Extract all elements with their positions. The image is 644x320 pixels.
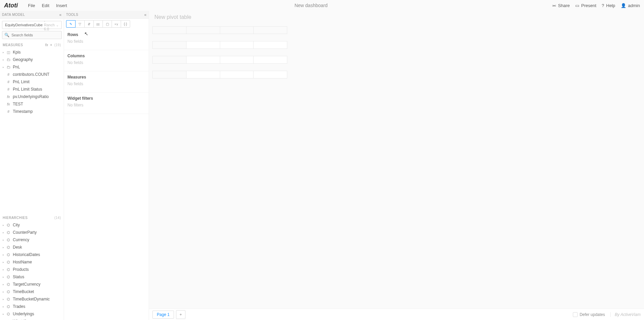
cube-selector[interactable]: EquityDerivativesCube - Ranch 6.0 ⌄: [2, 21, 62, 29]
expand-icon[interactable]: ▸: [3, 231, 6, 234]
filters-section[interactable]: Widget filters No filters: [64, 93, 149, 114]
expand-icon[interactable]: ▸: [3, 51, 6, 54]
share-button[interactable]: ⫘ Share: [552, 3, 570, 8]
collapse-tools-icon[interactable]: «: [144, 12, 147, 17]
user-icon: 👤: [621, 3, 626, 8]
rows-section[interactable]: Rows No fields: [64, 29, 149, 50]
fx-button[interactable]: fx: [45, 43, 48, 47]
tool-tab-sort[interactable]: ⇵: [84, 20, 94, 28]
hierarchy-item[interactable]: ▸⌬What-If: [0, 318, 64, 320]
dashboard-title[interactable]: New dashboard: [70, 3, 552, 8]
help-icon: ?: [602, 3, 604, 8]
measure-item[interactable]: #PnL Limit Status: [0, 86, 64, 93]
menu-edit[interactable]: Edit: [38, 3, 53, 8]
hierarchy-item[interactable]: ▸⌬Products: [0, 266, 64, 273]
sort-icon: ⇵: [88, 22, 90, 26]
hierarchy-label: CounterParty: [13, 230, 37, 235]
measure-item[interactable]: #PnL Limit: [0, 78, 64, 86]
tool-tab-xy[interactable]: x·y: [112, 20, 121, 28]
expand-icon[interactable]: ▸: [3, 246, 6, 249]
expand-icon[interactable]: ▸: [3, 66, 6, 69]
hierarchy-label: TargetCurrency: [13, 282, 40, 287]
widget-title[interactable]: New pivot table: [149, 11, 644, 24]
hierarchy-item[interactable]: ▸⌬HistoricalDates: [0, 251, 64, 258]
search-fields[interactable]: 🔍: [2, 31, 62, 39]
measures-list: ▸◫Kpis ▸🗀Geography ▸🗀PnL #contributors.C…: [0, 49, 64, 115]
collapse-data-model-icon[interactable]: «: [59, 12, 62, 17]
expand-icon[interactable]: ▸: [3, 224, 6, 227]
expand-icon[interactable]: ▸: [3, 261, 6, 264]
hierarchy-label: Currency: [13, 237, 29, 242]
expand-icon[interactable]: ▸: [3, 305, 6, 308]
cube-name: EquityDerivativesCube: [5, 23, 42, 27]
columns-section[interactable]: Columns No fields: [64, 50, 149, 71]
expand-icon[interactable]: ▸: [3, 58, 6, 61]
expand-icon[interactable]: ▸: [3, 290, 6, 293]
measure-item[interactable]: ▸🗀Geography: [0, 56, 64, 63]
hierarchy-item[interactable]: ▸⌬CounterParty: [0, 229, 64, 236]
rows-title: Rows: [67, 32, 145, 37]
brackets-icon: {·}: [124, 22, 127, 26]
expand-icon[interactable]: ▸: [3, 283, 6, 286]
measures-section[interactable]: Measures No fields: [64, 71, 149, 93]
hierarchy-item[interactable]: ▸⌬TargetCurrency: [0, 281, 64, 288]
header: Atoti File Edit Insert New dashboard ⫘ S…: [0, 0, 644, 11]
expand-icon[interactable]: ▸: [3, 268, 6, 271]
hierarchy-icon: ⌬: [6, 245, 11, 250]
hierarchy-icon: ⌬: [6, 260, 11, 264]
tool-tab-filter[interactable]: ▽: [75, 20, 85, 28]
hierarchy-item[interactable]: ▸⌬Status: [0, 273, 64, 281]
footer: Page 1 + Defer updates By ActiveViam: [149, 309, 644, 320]
tool-tab-box[interactable]: ▢: [103, 20, 112, 28]
measure-item[interactable]: ▸🗀PnL: [0, 63, 64, 71]
hierarchy-item[interactable]: ▸⌬TimeBucketDynamic: [0, 295, 64, 303]
measure-item[interactable]: ▸◫Kpis: [0, 49, 64, 56]
expand-icon[interactable]: ▸: [3, 253, 6, 256]
present-button[interactable]: ▭ Present: [575, 3, 596, 8]
add-page-button[interactable]: +: [176, 310, 185, 319]
measures-empty: No fields: [67, 82, 145, 86]
hash-icon: #: [6, 109, 11, 114]
filters-empty: No filters: [67, 103, 145, 107]
present-label: Present: [581, 3, 596, 8]
defer-checkbox[interactable]: [573, 312, 578, 317]
hierarchy-label: Products: [13, 267, 29, 272]
add-measure-button[interactable]: +: [50, 43, 52, 47]
page-tab[interactable]: Page 1: [152, 311, 174, 319]
measure-label: Kpis: [13, 50, 21, 55]
content-area: New pivot table Page 1 + Defer updates B…: [149, 11, 644, 320]
folder-icon: 🗀: [6, 58, 11, 62]
hierarchy-item[interactable]: ▸⌬TimeBucket: [0, 288, 64, 295]
expand-icon[interactable]: ▸: [3, 313, 6, 316]
hierarchy-icon: ⌬: [6, 253, 11, 257]
hierarchy-icon: ⌬: [6, 275, 11, 279]
hierarchies-title: HIERARCHIES: [3, 216, 54, 220]
pivot-table[interactable]: [149, 24, 644, 309]
hierarchy-icon: ⌬: [6, 312, 11, 316]
tool-tab-brackets[interactable]: {·}: [121, 20, 130, 28]
hierarchy-item[interactable]: ▸⌬Underlyings: [0, 310, 64, 318]
tool-tab-edit[interactable]: ✎: [66, 20, 76, 28]
hierarchy-label: HistoricalDates: [13, 252, 40, 257]
defer-updates[interactable]: Defer updates: [573, 312, 605, 317]
measure-item[interactable]: fxTEST: [0, 100, 64, 108]
measure-item[interactable]: #contributors.COUNT: [0, 71, 64, 78]
hierarchy-item[interactable]: ▸⌬Currency: [0, 236, 64, 244]
tool-tab-bars[interactable]: ⫿⫿: [93, 20, 103, 28]
hierarchy-icon: ⌬: [6, 238, 11, 242]
menu-file[interactable]: File: [25, 3, 38, 8]
expand-icon[interactable]: ▸: [3, 238, 6, 242]
menu-insert[interactable]: Insert: [53, 3, 70, 8]
hierarchy-item[interactable]: ▸⌬HostName: [0, 258, 64, 266]
hierarchy-item[interactable]: ▸⌬Desk: [0, 244, 64, 251]
hierarchy-item[interactable]: ▸⌬Trades: [0, 303, 64, 310]
measure-item[interactable]: fxpv.UnderlyingsRatio: [0, 93, 64, 100]
user-menu[interactable]: 👤 admin: [621, 3, 640, 8]
search-input[interactable]: [11, 33, 59, 37]
measure-item[interactable]: #Timestamp: [0, 108, 64, 115]
help-button[interactable]: ? Help: [602, 3, 615, 8]
expand-icon[interactable]: ▸: [3, 276, 6, 279]
hash-icon: #: [6, 72, 11, 76]
hierarchy-item[interactable]: ▸⌬City: [0, 221, 64, 229]
expand-icon[interactable]: ▸: [3, 298, 6, 301]
